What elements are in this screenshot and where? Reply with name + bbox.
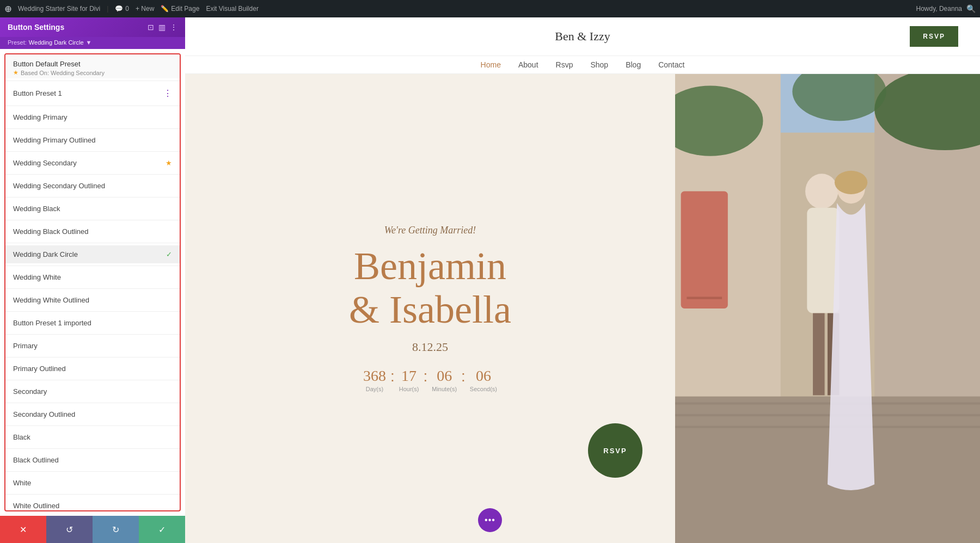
preset-item[interactable]: Wedding Primary Outlined: [5, 131, 180, 149]
preset-item-label: Wedding Primary Outlined: [13, 136, 172, 144]
site-name-link[interactable]: Wedding Starter Site for Divi: [18, 5, 100, 13]
preset-item[interactable]: Wedding Black: [5, 200, 180, 218]
hero-image: [675, 74, 980, 543]
preset-item[interactable]: Primary Outlined: [5, 360, 180, 378]
preset-list: Button Preset 1⋮Wedding PrimaryWedding P…: [5, 83, 180, 511]
preset-item[interactable]: Button Preset 1⋮: [5, 83, 180, 103]
preset-divider: [5, 357, 180, 357]
save-button[interactable]: ✓: [139, 516, 185, 543]
svg-rect-7: [675, 426, 980, 428]
preset-divider: [5, 174, 180, 175]
preset-divider: [5, 403, 180, 403]
undo-button[interactable]: ↺: [46, 516, 93, 543]
admin-bar-right: Howdy, Deanna 🔍: [916, 4, 976, 13]
preset-divider: [5, 425, 180, 426]
panel-title: Button Settings: [8, 23, 64, 32]
preset-item-label: Secondary Outlined: [13, 410, 172, 418]
rsvp-circle-button[interactable]: RSVP: [588, 423, 642, 478]
wordpress-logo-icon[interactable]: ⊕: [4, 4, 11, 14]
svg-rect-8: [681, 192, 728, 309]
preset-item[interactable]: Wedding Secondary Outlined: [5, 177, 180, 195]
preset-divider: [5, 380, 180, 380]
preset-item-label: Button Preset 1: [13, 89, 163, 97]
preset-check-icon: ✓: [166, 250, 172, 258]
preset-item[interactable]: Black: [5, 428, 180, 446]
preset-divider: [5, 494, 180, 495]
site-preview: Ben & Izzy RSVP Home About Rsvp Shop Blo…: [185, 17, 980, 543]
dots-icon: •••: [485, 515, 495, 525]
countdown-hours: 17 Hour(s): [399, 367, 419, 392]
preset-item[interactable]: Primary: [5, 337, 180, 355]
nav-item-contact[interactable]: Contact: [658, 60, 684, 69]
more-options-icon[interactable]: ⋮: [170, 23, 177, 32]
preset-bar: Preset: Wedding Dark Circle ▼: [0, 37, 185, 49]
admin-bar: ⊕ Wedding Starter Site for Divi | 💬 0 + …: [0, 0, 980, 17]
admin-search-icon[interactable]: 🔍: [966, 4, 976, 13]
preset-divider: [5, 334, 180, 335]
site-nav-bar: Home About Rsvp Shop Blog Contact: [185, 56, 980, 74]
preset-item[interactable]: White: [5, 474, 180, 492]
preset-item[interactable]: Wedding White Outlined: [5, 291, 180, 309]
nav-item-rsvp[interactable]: Rsvp: [556, 60, 573, 69]
preset-item-label: Wedding Black Outlined: [13, 227, 172, 236]
preset-item-label: Wedding White Outlined: [13, 296, 172, 304]
preset-item-label: Wedding Black: [13, 205, 172, 213]
preset-item[interactable]: Button Preset 1 imported: [5, 314, 180, 332]
nav-item-about[interactable]: About: [518, 60, 538, 69]
svg-rect-6: [675, 414, 980, 416]
preset-item-label: Black: [13, 433, 172, 441]
preset-dots-icon[interactable]: ⋮: [163, 88, 172, 98]
svg-rect-5: [675, 402, 980, 404]
floating-dots-button[interactable]: •••: [478, 508, 502, 532]
preset-item[interactable]: Black Outlined: [5, 451, 180, 469]
preset-divider: [5, 151, 180, 152]
preset-item[interactable]: Wedding Primary: [5, 108, 180, 126]
countdown-days: 368 Day(s): [363, 367, 386, 392]
preset-item[interactable]: White Outlined: [5, 497, 180, 511]
pencil-icon: ✏️: [161, 5, 169, 13]
close-button[interactable]: ✕: [0, 516, 46, 543]
preset-divider: [5, 81, 180, 81]
fullscreen-icon[interactable]: ⊡: [148, 23, 154, 32]
preset-dropdown-arrow-icon[interactable]: ▼: [86, 39, 92, 46]
svg-point-13: [805, 174, 838, 209]
preset-divider: [5, 266, 180, 266]
countdown: 368 Day(s) : 17 Hour(s) : 06 Minute(s) :: [363, 367, 497, 392]
comments-link[interactable]: 💬 0: [115, 5, 129, 13]
hero-date: 8.12.25: [412, 340, 448, 354]
edit-page-button[interactable]: ✏️ Edit Page: [161, 5, 199, 13]
panel-header: Button Settings ⊡ ▥ ⋮: [0, 17, 185, 37]
preset-label: Preset:: [8, 39, 27, 46]
preset-item[interactable]: Wedding White: [5, 268, 180, 286]
preset-divider: [5, 471, 180, 472]
preset-item[interactable]: Wedding Dark Circle✓: [5, 245, 180, 263]
rsvp-header-button[interactable]: RSVP: [910, 26, 958, 47]
countdown-minutes: 06 Minute(s): [432, 367, 457, 392]
svg-point-19: [801, 232, 872, 326]
preset-name: Wedding Dark Circle: [29, 39, 84, 46]
site-nav: Ben & Izzy: [395, 29, 770, 44]
exit-builder-button[interactable]: Exit Visual Builder: [206, 5, 259, 13]
preset-item[interactable]: Secondary: [5, 382, 180, 400]
new-button[interactable]: + New: [136, 5, 154, 13]
preset-list-container: Button Default Preset ★ Based On: Weddin…: [4, 53, 181, 511]
preset-item[interactable]: Wedding Black Outlined: [5, 223, 180, 240]
preset-item-label: Wedding Dark Circle: [13, 250, 166, 258]
nav-item-blog[interactable]: Blog: [626, 60, 641, 69]
svg-point-18: [835, 171, 867, 194]
preset-item-label: White Outlined: [13, 502, 172, 510]
preset-item-label: Primary Outlined: [13, 365, 172, 373]
nav-item-home[interactable]: Home: [481, 60, 501, 69]
preset-item-label: Button Preset 1 imported: [13, 319, 172, 327]
preset-item[interactable]: Wedding Secondary★: [5, 154, 180, 172]
preset-divider: [5, 106, 180, 106]
admin-bar-left: ⊕ Wedding Starter Site for Divi | 💬 0 + …: [4, 4, 910, 14]
redo-button[interactable]: ↻: [93, 516, 139, 543]
nav-item-shop[interactable]: Shop: [590, 60, 608, 69]
svg-rect-9: [687, 297, 722, 299]
columns-icon[interactable]: ▥: [158, 23, 166, 32]
preset-item-label: Wedding Secondary: [13, 159, 166, 167]
preset-item[interactable]: Secondary Outlined: [5, 405, 180, 423]
site-logo: Ben & Izzy: [555, 29, 610, 44]
hero-subtitle: We're Getting Married!: [384, 225, 476, 236]
